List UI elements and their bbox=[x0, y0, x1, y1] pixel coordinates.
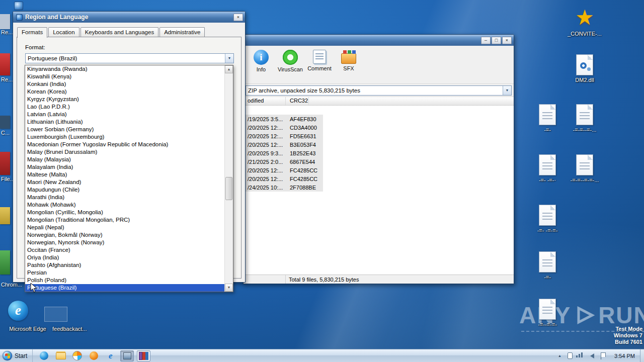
desktop-icon-fragment[interactable] bbox=[0, 152, 10, 175]
dropdown-option[interactable]: Kiswahili (Kenya) bbox=[25, 73, 224, 80]
close-button[interactable]: × bbox=[233, 14, 243, 21]
archive-address-combo[interactable]: ZIP archive, unpacked size 5,830,215 byt… bbox=[246, 85, 512, 96]
edge-taskbar-icon[interactable] bbox=[37, 350, 51, 361]
dropdown-option[interactable]: Marathi (India) bbox=[25, 194, 224, 201]
dropdown-option[interactable]: Latvian (Latvia) bbox=[25, 111, 224, 118]
close-button[interactable]: × bbox=[502, 37, 512, 44]
selected-icon-outline[interactable] bbox=[44, 307, 67, 322]
dropdown-option[interactable]: Mapudungun (Chile) bbox=[25, 186, 224, 194]
file-row[interactable]: /24/2025 10:... 2F7088BE bbox=[244, 183, 323, 192]
dropdown-option[interactable]: Kyrgyz (Kyrgyzstan) bbox=[25, 96, 224, 103]
volume-tray-icon[interactable] bbox=[588, 353, 594, 358]
dropdown-option[interactable]: Mongolian (Traditional Mongolian, PRC) bbox=[25, 216, 224, 224]
file-row[interactable]: /21/2025 2:0... 6867E544 bbox=[244, 157, 323, 166]
dropdown-option[interactable]: Malay (Malaysia) bbox=[25, 156, 224, 163]
dll-file-icon bbox=[576, 54, 593, 75]
taskbar-clock[interactable]: 3:54 PM bbox=[609, 353, 640, 359]
dropdown-option[interactable]: Persian bbox=[25, 269, 224, 277]
scroll-down-icon[interactable]: ▼ bbox=[225, 284, 233, 292]
tray-expand-icon[interactable]: ▲ bbox=[554, 354, 565, 357]
dropdown-option[interactable]: Portuguese (Brazil) bbox=[25, 284, 224, 292]
show-desktop-button[interactable] bbox=[640, 349, 644, 362]
desktop-icon-fragment[interactable] bbox=[0, 116, 10, 129]
dropdown-option[interactable]: Nepali (Nepal) bbox=[25, 224, 224, 231]
tab-formats[interactable]: Formats bbox=[17, 27, 47, 38]
file-row[interactable]: /20/2025 12:... FD5E6631 bbox=[244, 132, 323, 140]
archive-window-taskbar-icon[interactable] bbox=[137, 350, 150, 361]
virusscan-button[interactable]: VirusScan bbox=[276, 50, 305, 72]
desktop-icon-convite[interactable]: _CONVITE-... bbox=[567, 6, 603, 37]
file-row[interactable]: /20/2025 12:... CD3A4000 bbox=[244, 123, 323, 132]
minimize-button[interactable]: – bbox=[481, 37, 491, 44]
maximize-button[interactable]: □ bbox=[492, 37, 501, 44]
desktop-icon-file[interactable]: -=-=--=-=-... bbox=[567, 154, 603, 183]
tab-location[interactable]: Location bbox=[48, 27, 79, 37]
dropdown-scrollbar[interactable]: ▲ ▼ bbox=[224, 65, 233, 292]
file-row[interactable]: /20/2025 12:... B3E053F4 bbox=[244, 140, 323, 149]
desktop-icon-file[interactable]: -=- -=-=- bbox=[529, 205, 566, 233]
dropdown-option[interactable]: Konkani (India) bbox=[25, 80, 224, 88]
dropdown-option[interactable]: Norwegian, Nynorsk (Norway) bbox=[25, 239, 224, 246]
desktop-icon-file[interactable]: -=--=-=- bbox=[529, 299, 566, 327]
dropdown-option[interactable]: Malay (Brunei Darussalam) bbox=[25, 148, 224, 156]
column-header-crc32[interactable]: CRC32 bbox=[286, 97, 309, 105]
archive-titlebar[interactable]: – □ × bbox=[244, 35, 514, 46]
explorer-taskbar-icon[interactable] bbox=[54, 350, 67, 361]
comment-button[interactable]: Comment bbox=[305, 50, 334, 71]
start-button[interactable]: Start bbox=[0, 349, 33, 362]
column-header-modified[interactable]: odified bbox=[244, 97, 286, 105]
dropdown-option[interactable]: Lithuanian (Lithuania) bbox=[25, 118, 224, 126]
scroll-up-icon[interactable]: ▲ bbox=[225, 65, 233, 73]
dropdown-option[interactable]: Macedonian (Former Yugoslav Republic of … bbox=[25, 141, 224, 148]
desktop-icon-fragment[interactable] bbox=[0, 250, 10, 275]
dialog-titlebar[interactable]: Region and Language × bbox=[13, 12, 245, 23]
dropdown-option[interactable]: Lower Sorbian (Germany) bbox=[25, 126, 224, 133]
dialog-tabs: Formats Location Keyboards and Languages… bbox=[13, 23, 245, 37]
dropdown-option[interactable]: Norwegian, Bokmål (Norway) bbox=[25, 231, 224, 239]
desktop-icon-dm2-dll[interactable]: DM2.dll bbox=[567, 54, 603, 83]
taskbar: Start ▲ 3:54 PM bbox=[0, 349, 644, 362]
file-row[interactable]: /20/2025 9:3... 1B252E43 bbox=[244, 149, 323, 157]
tab-keyboards-and-languages[interactable]: Keyboards and Languages bbox=[80, 27, 158, 37]
app-taskbar-icon[interactable] bbox=[87, 350, 101, 361]
dropdown-option[interactable]: Oriya (India) bbox=[25, 254, 224, 261]
dropdown-option[interactable]: Korean (Korea) bbox=[25, 88, 224, 96]
media-player-taskbar-icon[interactable] bbox=[70, 350, 84, 361]
dropdown-option[interactable]: Mohawk (Mohawk) bbox=[25, 201, 224, 209]
file-row[interactable]: /20/2025 12:... FC4285CC bbox=[244, 174, 323, 183]
dropdown-option[interactable]: Lao (Lao P.D.R.) bbox=[25, 103, 224, 111]
dropdown-option[interactable]: Mongolian (Cyrillic, Mongolia) bbox=[25, 209, 224, 216]
dropdown-option[interactable]: Maori (New Zealand) bbox=[25, 178, 224, 186]
edge-icon[interactable]: e bbox=[8, 301, 28, 321]
file-row[interactable]: /19/2025 3:5... AF4EF830 bbox=[244, 115, 323, 123]
dropdown-option[interactable]: Maltese (Malta) bbox=[25, 171, 224, 178]
format-combobox[interactable]: Portuguese (Brazil) ▼ bbox=[25, 53, 234, 63]
dropdown-option[interactable]: Polish (Poland) bbox=[25, 277, 224, 284]
region-dialog-taskbar-icon[interactable] bbox=[120, 350, 134, 361]
info-button[interactable]: i Info bbox=[247, 50, 276, 72]
action-center-flag-icon[interactable] bbox=[601, 352, 606, 357]
network-tray-icon[interactable] bbox=[579, 354, 580, 357]
device-tray-icon[interactable] bbox=[568, 352, 573, 359]
desktop-icon-fragment[interactable] bbox=[0, 14, 10, 29]
dropdown-option[interactable]: Pashto (Afghanistan) bbox=[25, 261, 224, 269]
desktop-icon-file[interactable]: -=-=--=-... bbox=[567, 104, 603, 133]
dropdown-option[interactable]: Occitan (France) bbox=[25, 246, 224, 254]
desktop-icon-fragment[interactable] bbox=[14, 2, 23, 10]
internet-explorer-taskbar-icon[interactable] bbox=[104, 350, 117, 361]
desktop-icon-fragment[interactable] bbox=[0, 53, 10, 75]
file-modified: /20/2025 12:... bbox=[244, 142, 286, 148]
dropdown-option[interactable]: Luxembourgish (Luxembourg) bbox=[25, 133, 224, 141]
scrollbar-thumb[interactable] bbox=[225, 177, 232, 200]
desktop-icon-file[interactable]: -=- bbox=[529, 104, 566, 133]
chevron-down-icon[interactable]: ▼ bbox=[225, 54, 233, 63]
sfx-button[interactable]: SFX bbox=[334, 50, 363, 71]
desktop-icon-file[interactable]: -=- -=-· bbox=[529, 154, 566, 183]
file-row[interactable]: /20/2025 12:... FC4285CC bbox=[244, 166, 323, 174]
chevron-down-icon[interactable]: ▼ bbox=[503, 86, 511, 95]
tab-administrative[interactable]: Administrative bbox=[159, 27, 205, 37]
desktop-icon-file[interactable]: -=- bbox=[529, 251, 566, 280]
desktop-icon-fragment[interactable] bbox=[0, 207, 10, 224]
dropdown-option[interactable]: Malayalam (India) bbox=[25, 163, 224, 171]
dropdown-option[interactable]: Kinyarwanda (Rwanda) bbox=[25, 65, 224, 73]
